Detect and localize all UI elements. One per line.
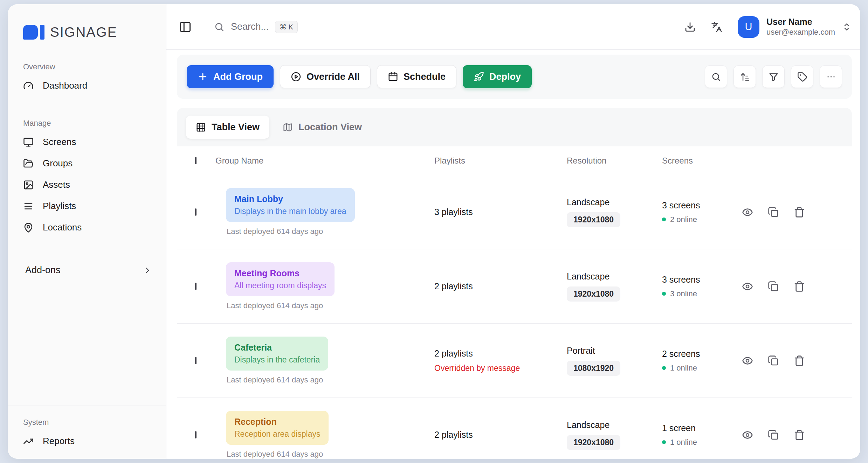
row-checkbox[interactable]	[195, 357, 197, 364]
filter-button[interactable]	[762, 65, 785, 88]
eye-icon	[742, 429, 753, 441]
duplicate-button[interactable]	[768, 429, 779, 441]
language-button[interactable]	[711, 21, 722, 33]
delete-button[interactable]	[794, 207, 805, 218]
user-name: User Name	[766, 16, 835, 27]
row-checkbox[interactable]	[195, 431, 197, 438]
table-row: Reception Reception area displays Last d…	[177, 398, 852, 459]
groups-table: Group Name Playlists Resolution Screens …	[177, 146, 852, 459]
trash-icon	[794, 207, 805, 218]
trash-icon	[794, 281, 805, 292]
search-placeholder: Search...	[231, 21, 269, 32]
tab-table-view[interactable]: Table View	[186, 116, 269, 139]
sidebar-item-addons[interactable]: Add-ons	[8, 258, 166, 282]
monitor-icon	[23, 137, 34, 147]
sidebar-item-screens[interactable]: Screens	[8, 131, 166, 153]
orientation: Landscape	[567, 197, 662, 207]
last-deployed: Last deployed 614 days ago	[226, 301, 434, 310]
group-description: Displays in the main lobby area	[234, 207, 346, 216]
sidebar-section-system: System	[8, 418, 166, 427]
table-row: Cafeteria Displays in the cafeteria Last…	[177, 324, 852, 398]
sidebar-item-locations[interactable]: Locations	[8, 217, 166, 238]
table-grid-icon	[196, 122, 206, 132]
panel-left-icon	[179, 21, 192, 33]
delete-button[interactable]	[794, 355, 805, 366]
playlists-count: 3 playlists	[434, 207, 567, 217]
row-checkbox[interactable]	[195, 283, 197, 290]
gauge-icon	[23, 81, 34, 91]
row-checkbox[interactable]	[195, 208, 197, 216]
group-badge[interactable]: Cafeteria Displays in the cafeteria	[226, 337, 328, 371]
sidebar-item-groups[interactable]: Groups	[8, 153, 166, 174]
sidebar-item-assets[interactable]: Assets	[8, 174, 166, 195]
view-button[interactable]	[742, 429, 753, 441]
screens-count: 3 screens	[662, 275, 739, 285]
override-status: Overridden by message	[434, 364, 567, 373]
table-row: Meeting Rooms All meeting room displays …	[177, 249, 852, 324]
column-header-screens: Screens	[662, 156, 739, 166]
sidebar: SIGNAGE Overview Dashboard Manage Screen…	[8, 4, 166, 459]
view-button[interactable]	[742, 207, 753, 218]
duplicate-button[interactable]	[768, 207, 779, 218]
tag-icon	[797, 72, 807, 82]
trash-icon	[794, 429, 805, 441]
select-all-checkbox[interactable]	[195, 157, 197, 164]
sidebar-section-overview: Overview	[8, 62, 166, 71]
sidebar-item-label: Groups	[43, 158, 73, 169]
view-button[interactable]	[742, 281, 753, 292]
sidebar-toggle-button[interactable]	[179, 21, 192, 33]
sidebar-item-reports[interactable]: Reports	[8, 430, 166, 452]
group-title: Cafeteria	[234, 343, 320, 353]
duplicate-button[interactable]	[768, 281, 779, 292]
languages-icon	[711, 21, 722, 33]
app-window: SIGNAGE Overview Dashboard Manage Screen…	[8, 4, 860, 459]
search-icon	[711, 72, 721, 82]
delete-button[interactable]	[794, 281, 805, 292]
resolution-badge: 1080x1920	[567, 361, 620, 376]
group-badge[interactable]: Reception Reception area displays	[226, 411, 329, 445]
resolution-badge: 1920x1080	[567, 212, 620, 227]
tag-button[interactable]	[791, 65, 813, 88]
playlists-count: 2 playlists	[434, 348, 567, 359]
group-description: All meeting room displays	[234, 281, 326, 290]
group-title: Main Lobby	[234, 194, 346, 204]
user-menu[interactable]: U User Name user@example.com	[738, 16, 851, 38]
view-button[interactable]	[742, 355, 753, 366]
image-icon	[23, 180, 34, 190]
add-group-button[interactable]: Add Group	[187, 65, 274, 88]
online-count: 2 online	[670, 215, 697, 224]
sidebar-item-dashboard[interactable]: Dashboard	[8, 75, 166, 96]
play-circle-icon	[291, 71, 301, 82]
map-icon	[283, 122, 293, 132]
trending-up-icon	[23, 436, 34, 447]
group-badge[interactable]: Main Lobby Displays in the main lobby ar…	[226, 188, 355, 222]
rocket-icon	[474, 71, 484, 82]
download-button[interactable]	[684, 21, 696, 33]
column-header-group-name: Group Name	[215, 156, 434, 166]
delete-button[interactable]	[794, 429, 805, 441]
chevrons-up-down-icon	[842, 22, 851, 32]
app-logo: SIGNAGE	[8, 25, 166, 40]
deploy-button[interactable]: Deploy	[463, 65, 532, 88]
table-header-row: Group Name Playlists Resolution Screens	[177, 146, 852, 175]
sort-button[interactable]	[733, 65, 756, 88]
chevron-right-icon	[143, 266, 152, 275]
resolution-badge: 1920x1080	[567, 286, 620, 302]
sidebar-item-playlists[interactable]: Playlists	[8, 195, 166, 217]
schedule-button[interactable]: Schedule	[377, 65, 456, 88]
sort-ascending-icon	[740, 72, 750, 82]
more-actions-button[interactable]	[820, 65, 842, 88]
duplicate-button[interactable]	[768, 355, 779, 366]
download-icon	[684, 21, 696, 33]
group-badge[interactable]: Meeting Rooms All meeting room displays	[226, 262, 335, 296]
last-deployed: Last deployed 614 days ago	[226, 375, 434, 385]
online-status-dot	[662, 440, 666, 444]
override-all-button[interactable]: Override All	[280, 65, 371, 88]
table-search-button[interactable]	[705, 65, 727, 88]
tab-location-view[interactable]: Location View	[273, 116, 372, 139]
user-email: user@example.com	[766, 27, 835, 37]
orientation: Landscape	[567, 271, 662, 282]
global-search[interactable]: Search... ⌘ K	[214, 21, 298, 33]
column-header-resolution: Resolution	[567, 156, 662, 166]
sidebar-item-label: Playlists	[43, 201, 76, 212]
